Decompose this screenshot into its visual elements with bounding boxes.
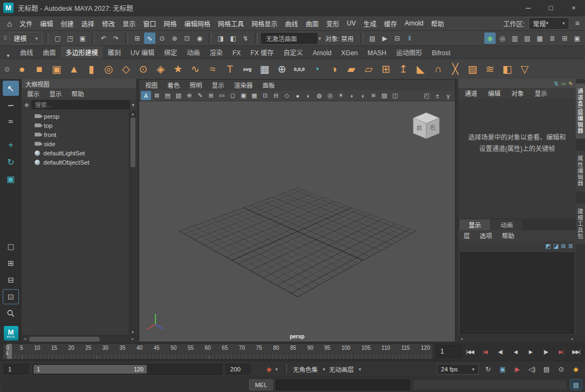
- open-scene-icon[interactable]: ◳: [64, 32, 76, 44]
- playback-range-bar[interactable]: 1 120: [34, 365, 147, 374]
- lasso-select-tool[interactable]: ∽: [3, 97, 19, 113]
- layout-single-pane-button[interactable]: ▢: [3, 239, 19, 254]
- scroll-up-arrow[interactable]: ▲: [129, 110, 136, 117]
- home-icon[interactable]: ⌂: [3, 19, 16, 28]
- live-surface-icon[interactable]: ⊕: [274, 61, 290, 77]
- outliner-menu-item[interactable]: 显示: [45, 88, 66, 99]
- maximize-button[interactable]: □: [540, 0, 562, 16]
- scroll-down-arrow[interactable]: ▼: [129, 329, 136, 335]
- pose-editor-icon[interactable]: ▣: [571, 32, 583, 44]
- layer-new-empty-icon[interactable]: ◩: [545, 243, 551, 250]
- menu-item[interactable]: Arnold: [401, 17, 427, 29]
- drag-handle[interactable]: [92, 34, 95, 43]
- zoom-tool-icon[interactable]: [3, 306, 19, 321]
- scroll-left-arrow[interactable]: ◂: [458, 337, 465, 341]
- menu-item[interactable]: 选择: [77, 17, 98, 30]
- shelf-tab[interactable]: 曲面: [38, 46, 61, 58]
- redo-icon[interactable]: ↷: [110, 32, 122, 44]
- sweep-mesh-icon[interactable]: ∿: [187, 61, 204, 77]
- outliner-item-defaultObjectSet[interactable]: defaultObjectSet: [22, 158, 129, 167]
- shelf-tab[interactable]: 渲染: [205, 46, 227, 58]
- channel-speed-icon[interactable]: ∾: [561, 81, 566, 87]
- gamma-icon[interactable]: γ: [443, 91, 453, 100]
- smooth-shade-icon[interactable]: ●: [292, 91, 303, 100]
- snap-to-projected-center-icon[interactable]: ⊕: [169, 32, 180, 44]
- scroll-right-arrow[interactable]: ▸: [569, 337, 576, 341]
- menu-item[interactable]: 网格: [160, 17, 180, 30]
- outliner-item-side[interactable]: side: [22, 139, 129, 148]
- image-plane-icon[interactable]: ▧: [173, 91, 184, 100]
- animation-preferences-icon[interactable]: ⊙: [556, 364, 567, 375]
- shelf-tab[interactable]: 动画: [182, 46, 205, 58]
- coordinates-icon[interactable]: 0,0,0: [291, 61, 308, 77]
- drag-handle[interactable]: [125, 34, 128, 43]
- channel-box-toggle-icon[interactable]: ▦: [534, 32, 545, 44]
- scrollbar-thumb[interactable]: [131, 117, 135, 167]
- new-scene-icon[interactable]: ▢: [52, 32, 63, 44]
- command-input[interactable]: [276, 380, 410, 390]
- bridge-icon[interactable]: ∩: [430, 61, 446, 77]
- menu-item[interactable]: 生成: [360, 17, 380, 30]
- viewport-menu-item[interactable]: 显示: [207, 80, 229, 90]
- ipr-render-icon[interactable]: ▶: [379, 32, 391, 44]
- view-cube[interactable]: 前 右: [410, 110, 443, 145]
- step-back-one-key-button[interactable]: |◀: [479, 345, 491, 358]
- tab-modeling-toolkit[interactable]: 建模工具包: [576, 204, 585, 245]
- menu-item[interactable]: 变形: [322, 17, 343, 30]
- tab-channel-box-layer-editor[interactable]: 通道盒/层编辑器: [576, 83, 585, 139]
- menu-item[interactable]: 网格工具: [214, 17, 248, 30]
- poly-smooth-cube-icon[interactable]: ▣: [48, 61, 65, 77]
- outliner-item-persp[interactable]: persp: [22, 112, 129, 121]
- pause-playback-icon[interactable]: ‖: [404, 32, 415, 44]
- volume-icon[interactable]: ◁): [526, 364, 537, 375]
- poly-cylinder-icon[interactable]: ▮: [83, 61, 100, 77]
- lock-camera-icon[interactable]: ⊠: [152, 91, 162, 100]
- snap-to-grid-icon[interactable]: ⊞: [132, 32, 143, 44]
- layer-editor-menu-item[interactable]: 层: [459, 230, 474, 241]
- shelf-tab[interactable]: FX 缓存: [245, 46, 278, 58]
- shelf-tab[interactable]: 绑定: [159, 46, 182, 58]
- mirror-icon[interactable]: ◑: [326, 61, 342, 77]
- select-camera-icon[interactable]: A: [141, 91, 151, 100]
- shelf-tab[interactable]: 曲线: [15, 46, 38, 58]
- viewport-menu-item[interactable]: 渲染器: [230, 80, 257, 90]
- save-scene-icon[interactable]: ▣: [77, 32, 88, 44]
- menu-item[interactable]: 文件: [16, 17, 36, 30]
- input-connections-icon[interactable]: ◨: [215, 32, 226, 44]
- channel-edit-mode-icon[interactable]: ✎: [569, 81, 573, 87]
- curve-warp-icon[interactable]: ≈: [204, 61, 221, 77]
- motion-blur-icon[interactable]: ≋: [368, 91, 379, 100]
- multi-cut-icon[interactable]: ╳: [447, 61, 464, 77]
- menu-item[interactable]: 曲线: [281, 17, 302, 30]
- wireframe-icon[interactable]: ◇: [282, 91, 292, 100]
- grid-toggle-icon[interactable]: ⊞: [206, 91, 216, 100]
- workspace-menu-icon[interactable]: ≡: [573, 19, 582, 28]
- scale-tool[interactable]: ▣: [3, 171, 19, 186]
- set-key-icon[interactable]: ◆: [266, 365, 271, 373]
- wireframe-on-shaded-icon[interactable]: ◎: [325, 91, 335, 100]
- undo-icon[interactable]: ↶: [98, 32, 109, 44]
- textured-icon[interactable]: ◐: [303, 91, 314, 100]
- outliner-item-front[interactable]: front: [22, 130, 129, 139]
- layer-editor-scrollbar[interactable]: ◂ ▸: [458, 335, 576, 342]
- layout-outliner-persp-button[interactable]: ⊡: [3, 289, 19, 304]
- layer-list[interactable]: [460, 252, 574, 334]
- shelf-tab-menu-icon[interactable]: ▾: [1, 53, 15, 58]
- shelf-tab[interactable]: MASH: [363, 48, 392, 58]
- outliner-horizontal-scrollbar[interactable]: ◂ ▸: [22, 335, 136, 342]
- chevron-down-icon[interactable]: ▾: [318, 36, 321, 41]
- field-chart-icon[interactable]: ▦: [249, 91, 259, 100]
- outliner-menu-item[interactable]: 帮助: [67, 88, 88, 99]
- extrude-icon[interactable]: ↥: [395, 61, 412, 77]
- menu-item[interactable]: 曲面: [302, 17, 322, 30]
- go-to-playback-start-button[interactable]: |◀◀: [464, 345, 476, 358]
- drag-handle[interactable]: [255, 34, 258, 43]
- menu-item[interactable]: 网格显示: [248, 17, 281, 30]
- shelf-tab[interactable]: XGen: [336, 48, 363, 58]
- mel-toggle-button[interactable]: MEL: [249, 380, 273, 390]
- layer-options-icon[interactable]: ≣: [568, 243, 573, 250]
- lighting-icon[interactable]: ☀: [336, 91, 346, 100]
- menu-item[interactable]: 帮助: [427, 17, 448, 30]
- shelf-gear-icon[interactable]: ⊙: [1, 66, 13, 73]
- mirror-geometry-icon[interactable]: ◧: [499, 61, 516, 77]
